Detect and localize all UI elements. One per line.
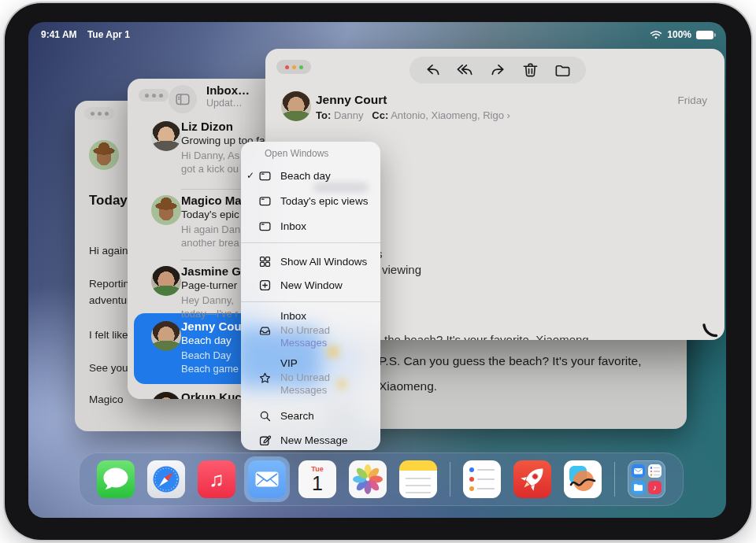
freeform-squiggle: [564, 460, 602, 498]
menu-item-label: Today's epic views: [280, 195, 368, 207]
menu-item-label: Inbox: [280, 310, 306, 322]
menu-item-todays-epic-views[interactable]: Today's epic views: [241, 188, 380, 213]
photos-flower-icon: [349, 460, 387, 498]
avatar: [151, 195, 181, 225]
folder-icon[interactable]: [554, 61, 572, 79]
window-resize-handle[interactable]: [700, 316, 722, 338]
messages-bubble-icon: [97, 460, 135, 498]
menu-item-inbox-window[interactable]: Inbox: [241, 213, 380, 238]
dock-app-music[interactable]: ♫: [198, 460, 235, 498]
menu-item-label: Inbox: [280, 220, 306, 232]
to-label: To:: [316, 109, 331, 121]
status-date: Tue Apr 1: [87, 29, 130, 40]
battery-percent: 100%: [667, 29, 691, 40]
dock-app-photos[interactable]: [349, 460, 387, 498]
window-controls[interactable]: [84, 107, 114, 120]
rocket-icon: [513, 460, 551, 498]
sidebar-icon: [175, 91, 191, 107]
menu-item-new-message[interactable]: New Message: [241, 427, 380, 450]
body-fragment: viewing: [382, 263, 421, 276]
safari-compass-icon: [147, 460, 185, 498]
dock-app-calendar[interactable]: Tue 1: [298, 460, 336, 498]
menu-item-label: Show All Windows: [280, 256, 367, 268]
dock-divider: [450, 462, 450, 497]
menu-item-show-all-windows[interactable]: Show All Windows: [241, 249, 380, 274]
dock-app-safari[interactable]: [147, 460, 185, 498]
dock-divider: [614, 462, 615, 497]
reply-icon[interactable]: [424, 61, 442, 79]
preview: Hey Danny,: [181, 294, 234, 306]
grid-icon: [258, 255, 280, 268]
menu-item-inbox-mailbox[interactable]: Inbox No Unread Messages: [241, 310, 380, 354]
menu-header: Open Windows: [265, 148, 328, 159]
plus-square-icon: [258, 279, 280, 292]
subject: Today's epic: [181, 209, 239, 220]
calendar-day: 1: [298, 473, 336, 493]
menu-item-label: New Message: [280, 434, 348, 446]
forward-icon[interactable]: [489, 61, 507, 79]
dock-app-notes[interactable]: [399, 460, 437, 498]
cc-value: Antonio, Xiaomeng, Rigo: [391, 109, 504, 121]
back-window-text: Magico: [89, 393, 124, 405]
sidebar-toggle-button[interactable]: [169, 85, 197, 113]
sender-name: Orkun Kuc: [181, 390, 242, 399]
sender-avatar[interactable]: [281, 91, 311, 121]
note-line: [406, 492, 431, 493]
mail-envelope-icon: [248, 460, 286, 498]
inbox-tray-icon: [258, 324, 280, 338]
window-icon: [258, 194, 280, 208]
mini-mail-icon: [632, 464, 645, 478]
music-note-icon: ♫: [209, 467, 224, 492]
back-window-heading: Today: [89, 193, 128, 209]
music-note-icon: ♪: [653, 483, 657, 492]
preview: Hi Danny, As: [181, 150, 239, 161]
avatar: [151, 392, 181, 399]
screenshot-root: 9:41 AM Tue Apr 1 100% Today Hi again Re…: [0, 0, 756, 543]
trash-icon[interactable]: [521, 61, 539, 79]
note-line: [406, 485, 431, 486]
menu-item-label: Beach day: [280, 170, 331, 182]
avatar: [151, 321, 181, 351]
inbox-title: Inbox…: [206, 83, 250, 97]
dock-app-mail-active[interactable]: [248, 460, 286, 498]
search-icon: [258, 409, 280, 423]
subject: Page-turner: [181, 279, 237, 291]
menu-item-subtitle: Messages: [280, 337, 327, 349]
menu-item-beach-day[interactable]: ✓ Beach day: [241, 163, 380, 188]
preview: got a kick ou: [181, 163, 239, 175]
dock-app-library[interactable]: ♪: [628, 460, 665, 498]
status-bar: 9:41 AM Tue Apr 1 100%: [28, 28, 726, 42]
back-window-text: See you: [89, 362, 128, 374]
avatar: [89, 140, 119, 170]
sender-name: Magico Ma: [181, 194, 242, 207]
window-controls[interactable]: [276, 60, 311, 74]
menu-item-vip-mailbox[interactable]: VIP No Unread Messages: [241, 357, 380, 401]
sender-name: Liz Dizon: [181, 120, 233, 133]
menu-item-search[interactable]: Search: [241, 403, 380, 428]
dock-app-rocket[interactable]: [513, 460, 551, 498]
mail-toolbar: [410, 57, 586, 83]
dock: ♫ Tue 1: [79, 452, 684, 506]
menu-item-label: New Window: [280, 279, 343, 291]
window-controls[interactable]: [139, 89, 169, 102]
dock-app-messages[interactable]: [97, 460, 135, 498]
back-window-text: Hi again: [89, 245, 128, 257]
dock-app-freeform[interactable]: [564, 460, 602, 498]
preview: Beach Day: [181, 349, 232, 361]
compose-icon: [258, 434, 280, 447]
avatar: [151, 121, 181, 151]
star-icon: [258, 371, 280, 385]
to-cc-line[interactable]: To: Danny Cc: Antonio, Xiaomeng, Rigo ›: [316, 109, 510, 121]
mini-reminders-icon: [648, 464, 662, 478]
ipad-screen: 9:41 AM Tue Apr 1 100% Today Hi again Re…: [28, 22, 726, 518]
clipped-body-line: the beach? It's your favorite, Xiaomeng: [384, 333, 589, 340]
dock-app-reminders[interactable]: [463, 460, 501, 498]
reply-all-icon[interactable]: [456, 61, 474, 79]
message-text: P.S. Can you guess the beach? It's your …: [379, 354, 642, 368]
preview: Hi again Dan: [181, 223, 240, 235]
window-icon: [258, 220, 280, 233]
sender-name: Jasmine G: [181, 264, 241, 278]
chevron-right-icon: ›: [507, 109, 510, 121]
back-window-text: I felt like: [89, 329, 128, 341]
menu-item-new-window[interactable]: New Window: [241, 272, 380, 297]
